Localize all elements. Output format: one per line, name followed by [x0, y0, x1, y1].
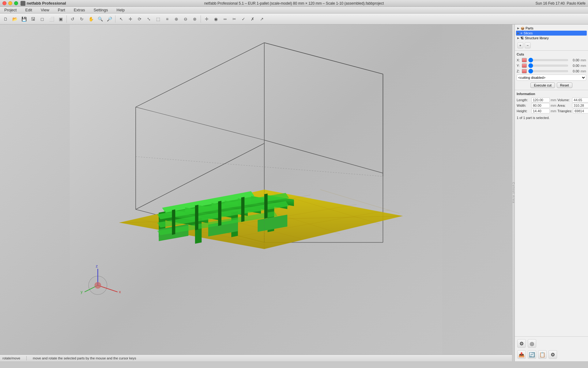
parts-label: Parts [526, 26, 533, 30]
length-unit: mm [551, 98, 556, 102]
status-hint: move and rotate the selected parts by th… [33, 356, 136, 360]
menu-view[interactable]: View [39, 7, 51, 13]
tree-expand-btn[interactable]: + [517, 42, 523, 48]
parts-icon: 📦 [521, 27, 524, 30]
menu-extras[interactable]: Extras [72, 7, 87, 13]
tb-new[interactable]: 🗋 [1, 15, 10, 23]
view-sphere-icon[interactable]: ◎ [528, 339, 536, 348]
menu-settings[interactable]: Settings [92, 7, 110, 13]
cuts-x-color[interactable] [522, 58, 526, 62]
tb-export[interactable]: ✗ [248, 15, 257, 23]
cuts-mode-dropdown[interactable]: <cutting disabled> X-cut Y-cut Z-cut [517, 75, 586, 81]
svg-text:z: z [96, 264, 98, 268]
tb-front-view[interactable]: ⬜ [47, 15, 56, 23]
tb-measure[interactable]: ═ [221, 15, 229, 23]
cuts-x-label: X: [517, 58, 521, 62]
cuts-z-color[interactable] [522, 69, 526, 73]
tb-scale[interactable]: ⤡ [145, 15, 153, 23]
area-label: Area: [557, 104, 571, 107]
view-3d-icon[interactable]: ⚙ [517, 339, 526, 348]
panel-icon-row-2: 📤 🔄 📋 ⚙ [517, 350, 586, 359]
cuts-y-label: Y: [517, 64, 521, 67]
tb-rotate[interactable]: ⟳ [135, 15, 144, 23]
tb-select[interactable]: ↖ [117, 15, 126, 23]
sidebar-handle[interactable]: Cutout Area [512, 25, 514, 361]
tb-zoom-out[interactable]: 🔎 [105, 15, 114, 23]
cuts-x-row: X: 0.00 mm [517, 58, 586, 62]
cuts-x-slider[interactable] [528, 59, 568, 61]
status-sep [26, 356, 27, 360]
cuts-y-color[interactable] [522, 63, 526, 68]
length-label: Length: [517, 98, 530, 102]
settings-icon[interactable]: ⚙ [548, 350, 557, 359]
svg-marker-50 [241, 197, 245, 222]
tb-move[interactable]: ✛ [126, 15, 135, 23]
cuts-z-row: Z: 0.00 mm [517, 69, 586, 73]
tb-align[interactable]: ≡ [163, 15, 172, 23]
tree-item-slices[interactable]: ▶ ≡ Slices [516, 31, 587, 36]
tb-side-view[interactable]: ▣ [56, 15, 65, 23]
tb-support[interactable]: ✓ [239, 15, 248, 23]
tb-bool-subtract[interactable]: ⊖ [181, 15, 190, 23]
cuts-z-slider[interactable] [528, 70, 568, 72]
panel-icon-row-1: ⚙ ◎ [517, 339, 586, 348]
system-time: Sun 16 Feb 17:40 Paulo Kiefe [536, 1, 586, 6]
tb-add-part[interactable]: ✛ [202, 15, 211, 23]
triangles-value: 69814 [573, 109, 588, 113]
cuts-buttons: Execute cut Reset [517, 82, 586, 88]
close-button[interactable] [2, 1, 6, 5]
height-value: 14.40 [531, 109, 550, 113]
tb-open[interactable]: 📂 [10, 15, 19, 23]
tb-bool-intersect[interactable]: ⊗ [190, 15, 199, 23]
cuts-x-value: 0.00 [569, 58, 579, 62]
tb-repair[interactable]: ◉ [212, 15, 220, 23]
export-icon[interactable]: 📤 [517, 350, 526, 359]
structure-label: Structure library [525, 36, 549, 40]
viewport[interactable]: x y z rotate/move move and rotate the se… [0, 25, 512, 361]
tree-item-structure[interactable]: ▶ 🏗 Structure library [516, 36, 587, 40]
cuts-x-unit: mm [581, 58, 586, 62]
right-panel: ▶ 📦 Parts ▶ ≡ Slices ▶ 🏗 Structure libra… [514, 25, 588, 361]
menu-edit[interactable]: Edit [23, 7, 34, 13]
tree-item-parts[interactable]: ▶ 📦 Parts [516, 26, 587, 31]
tb-zoom-in[interactable]: 🔍 [96, 15, 104, 23]
tb-cut[interactable]: ✂ [230, 15, 239, 23]
tb-rotate-right[interactable]: ↻ [77, 15, 86, 23]
execute-cut-button[interactable]: Execute cut [530, 82, 555, 88]
area-value: 310.28 [572, 103, 588, 108]
app-logo: netfabb Professional [21, 1, 66, 6]
tb-rotate-left[interactable]: ↺ [68, 15, 77, 23]
tb-save-as[interactable]: 🖫 [29, 15, 37, 23]
minimize-button[interactable] [8, 1, 12, 5]
slice-icon[interactable]: 📋 [538, 350, 547, 359]
menu-part[interactable]: Part [56, 7, 67, 13]
tb-bool-union[interactable]: ⊕ [172, 15, 181, 23]
repair-icon[interactable]: 🔄 [528, 350, 536, 359]
width-row: Width: 80.00 mm [517, 103, 556, 108]
maximize-button[interactable] [14, 1, 18, 5]
toolbar-sep-1 [66, 15, 67, 23]
info-title: Information [517, 92, 586, 96]
slices-icon: ≡ [521, 32, 522, 35]
reset-button[interactable]: Reset [557, 82, 572, 88]
height-label: Height: [517, 109, 530, 113]
volume-value: 44.65 [572, 98, 588, 102]
menu-project[interactable]: Project [2, 7, 18, 13]
tb-settings[interactable]: ↗ [258, 15, 266, 23]
tree-arrow-slices: ▶ [517, 32, 519, 35]
window-title: netfabb Professional 5.1 – EUR 1-pallet … [204, 1, 384, 6]
cuts-y-slider[interactable] [528, 65, 568, 67]
scene-svg: x y z [0, 25, 512, 361]
structure-icon: 🏗 [521, 36, 524, 40]
titlebar: netfabb Professional netfabb Professiona… [0, 0, 588, 7]
tree-collapse-btn[interactable]: − [525, 42, 531, 48]
triangles-label: Triangles: [557, 109, 572, 113]
svg-marker-49 [218, 201, 221, 226]
tb-save[interactable]: 💾 [20, 15, 28, 23]
tb-pan[interactable]: ✋ [87, 15, 95, 23]
menu-help[interactable]: Help [115, 7, 127, 13]
tb-mirror[interactable]: ⬚ [154, 15, 162, 23]
tb-3d-view[interactable]: ◻ [38, 15, 47, 23]
triangles-row: Triangles: 69814 [557, 109, 588, 113]
cuts-z-unit: mm [581, 69, 586, 73]
